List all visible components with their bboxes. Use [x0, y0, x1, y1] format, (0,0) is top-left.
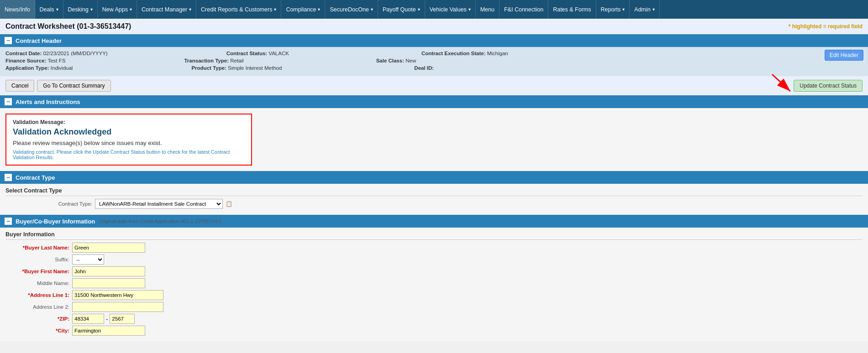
zip-fields: -	[72, 314, 135, 324]
chevron-down-icon: ▾	[318, 7, 320, 12]
last-name-input[interactable]	[72, 243, 145, 253]
deal-id-field: Deal ID:	[414, 65, 434, 71]
execution-state-field: Contract Execution State: Michigan	[421, 51, 508, 56]
required-field-note: * highlighted = required field	[789, 23, 863, 30]
svg-line-1	[772, 74, 790, 91]
suffix-label: Suffix:	[5, 257, 69, 262]
contract-header-title: Contract Header	[16, 37, 62, 44]
address1-label: *Address Line 1:	[5, 292, 69, 298]
address2-row: Address Line 2:	[5, 302, 863, 312]
last-name-label: *Buyer Last Name:	[5, 245, 69, 250]
alerts-collapse-button[interactable]: −	[5, 98, 12, 105]
nav-label: Payoff Quote	[383, 6, 416, 13]
nav-vehicle-values[interactable]: Vehicle Values ▾	[425, 0, 476, 19]
nav-desking[interactable]: Desking ▾	[63, 0, 98, 19]
nav-label: Credit Reports & Customers	[201, 6, 272, 13]
product-type-field: Product Type: Simple Interest Method	[191, 65, 282, 71]
contract-status-value: VALACK	[268, 51, 289, 56]
buyer-form-area: Buyer Information *Buyer Last Name: Suff…	[0, 228, 868, 341]
sale-class-value: New	[405, 58, 416, 63]
nav-label: SecureDocOne	[330, 6, 368, 13]
alerts-body: Validation Message: Validation Acknowled…	[0, 108, 868, 171]
nav-news-info[interactable]: News/Info	[0, 0, 35, 19]
go-to-summary-button[interactable]: Go To Contract Summary	[37, 80, 110, 92]
contract-header-section: − Contract Header Edit Header Contract D…	[0, 34, 868, 76]
deal-id-label: Deal ID:	[414, 65, 434, 71]
city-row: *City:	[5, 326, 863, 336]
validation-message-box: Validation Message: Validation Acknowled…	[5, 114, 252, 166]
page-title: Contract Worksheet (01-3-36513447)	[5, 22, 131, 31]
contract-date-label: Contract Date:	[5, 51, 42, 56]
city-input[interactable]	[72, 326, 145, 336]
address2-input[interactable]	[72, 302, 163, 312]
product-type-label: Product Type:	[191, 65, 226, 71]
nav-securedocone[interactable]: SecureDocOne ▾	[325, 0, 378, 19]
nav-credit-reports[interactable]: Credit Reports & Customers ▾	[196, 0, 281, 19]
nav-label: News/Info	[5, 6, 30, 13]
nav-admin[interactable]: Admin ▾	[630, 0, 659, 19]
chevron-down-icon: ▾	[371, 7, 373, 12]
chevron-down-icon: ▾	[622, 7, 625, 12]
update-contract-status-button[interactable]: Update Contract Status	[794, 80, 863, 92]
nav-deals[interactable]: Deals ▾	[35, 0, 63, 19]
nav-payoff-quote[interactable]: Payoff Quote ▾	[378, 0, 425, 19]
nav-menu[interactable]: Menu	[476, 0, 500, 19]
nav-fi-connection[interactable]: F&I Connection	[500, 0, 548, 19]
city-label: *City:	[5, 328, 69, 333]
transaction-type-value: Retail	[230, 58, 243, 63]
contract-header-collapse-button[interactable]: −	[5, 37, 12, 44]
contract-type-copy-icon[interactable]: 📋	[226, 201, 232, 207]
sale-class-label: Sale Class:	[376, 58, 404, 63]
nav-label: Desking	[68, 6, 89, 13]
zip-separator: -	[106, 316, 108, 322]
buyer-section-note: Original data from Credit Application #0…	[99, 218, 223, 224]
address1-input[interactable]	[72, 290, 163, 300]
alerts-section-title: Alerts and Instructions	[16, 99, 80, 105]
middle-name-row: Middle Name:	[5, 278, 863, 288]
contract-type-label: Contract Type:	[42, 201, 92, 207]
zip-input-ext[interactable]	[110, 314, 135, 324]
nav-new-apps[interactable]: New Apps ▾	[98, 0, 137, 19]
chevron-down-icon: ▾	[90, 7, 93, 12]
contract-header-body: Edit Header Contract Date: 02/23/2021 (M…	[0, 47, 868, 76]
contract-type-select[interactable]: LAWNonARB-Retail Installment Sale Contra…	[95, 199, 223, 209]
alerts-section: − Alerts and Instructions Validation Mes…	[0, 95, 868, 171]
contract-type-collapse-button[interactable]: −	[5, 174, 12, 181]
edit-header-button[interactable]: Edit Header	[825, 50, 863, 61]
buyer-collapse-button[interactable]: −	[5, 218, 12, 225]
suffix-select[interactable]: --	[72, 254, 104, 265]
transaction-type-field: Transaction Type: Retail	[184, 58, 243, 63]
middle-name-input[interactable]	[72, 278, 145, 288]
alerts-section-header: − Alerts and Instructions	[0, 95, 868, 108]
contract-type-title: Contract Type	[16, 174, 55, 181]
nav-compliance[interactable]: Compliance ▾	[281, 0, 325, 19]
action-bar-left: Cancel Go To Contract Summary	[5, 80, 111, 92]
nav-rates-forms[interactable]: Rates & Forms	[548, 0, 596, 19]
nav-reports[interactable]: Reports ▾	[596, 0, 630, 19]
first-name-input[interactable]	[72, 266, 145, 276]
buyer-section: − Buyer/Co-Buyer Information Original da…	[0, 215, 868, 341]
header-info-row-2: Finance Source: Test FS Transaction Type…	[5, 58, 863, 63]
select-contract-type-label: Select Contract Type	[5, 187, 863, 196]
nav-label: Contract Manager	[142, 6, 187, 13]
header-info-row-1: Contract Date: 02/23/2021 (MM/DD/YYYY) C…	[5, 51, 863, 56]
contract-type-section: − Contract Type Select Contract Type Con…	[0, 171, 868, 215]
finance-source-value: Test FS	[47, 58, 65, 63]
application-type-label: Application Type:	[5, 65, 49, 71]
contract-type-body: Select Contract Type Contract Type: LAWN…	[0, 184, 868, 215]
execution-state-value: Michigan	[487, 51, 508, 56]
navigation: News/Info Deals ▾ Desking ▾ New Apps ▾ C…	[0, 0, 868, 19]
nav-label: Reports	[601, 6, 621, 13]
nav-contract-manager[interactable]: Contract Manager ▾	[137, 0, 196, 19]
execution-state-label: Contract Execution State:	[421, 51, 486, 56]
page-title-bar: Contract Worksheet (01-3-36513447) * hig…	[0, 19, 868, 34]
nav-label: Menu	[480, 6, 494, 13]
validation-label: Validation Message:	[13, 119, 245, 125]
address2-label: Address Line 2:	[5, 304, 69, 310]
nav-label: Rates & Forms	[553, 6, 591, 13]
chevron-down-icon: ▾	[652, 7, 655, 12]
zip-input-main[interactable]	[72, 314, 104, 324]
cancel-button[interactable]: Cancel	[5, 80, 34, 92]
finance-source-field: Finance Source: Test FS	[5, 58, 65, 63]
suffix-row: Suffix: --	[5, 254, 863, 265]
